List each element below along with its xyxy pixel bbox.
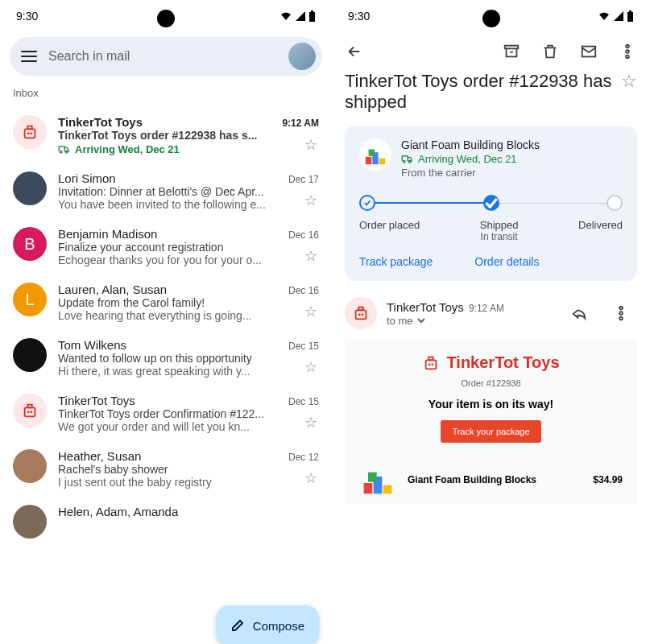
menu-icon[interactable] bbox=[21, 51, 37, 62]
message-subject: Invitation: Dinner at Belotti's @ Dec Ap… bbox=[58, 185, 319, 198]
star-button[interactable]: ☆ bbox=[621, 71, 637, 113]
svg-point-4 bbox=[27, 132, 30, 134]
message-row[interactable]: Lori SimonDec 17Invitation: Dinner at Be… bbox=[0, 162, 332, 217]
product-name: Giant Foam Building Blocks bbox=[401, 138, 540, 151]
star-button[interactable]: ☆ bbox=[304, 136, 317, 154]
svg-rect-12 bbox=[505, 46, 519, 49]
message-time: 9:12 AM bbox=[469, 303, 504, 314]
compose-label: Compose bbox=[253, 619, 304, 633]
svg-point-25 bbox=[619, 307, 623, 310]
account-avatar[interactable] bbox=[288, 43, 316, 70]
order-details-link[interactable]: Order details bbox=[474, 255, 539, 268]
message-subject: TinkerTot Toys order Confirmation #122..… bbox=[58, 407, 319, 420]
message-date: 9:12 AM bbox=[282, 118, 319, 129]
message-snippet: Love hearing that everything is going... bbox=[58, 309, 319, 322]
message-subject: Rachel's baby shower bbox=[58, 463, 319, 476]
star-button[interactable]: ☆ bbox=[304, 303, 317, 320]
step-placed-label: Order placed bbox=[359, 219, 420, 242]
onway-heading: Your item is on its way! bbox=[356, 398, 626, 411]
svg-rect-35 bbox=[368, 473, 377, 482]
inbox-pane: 9:30 Search in mail Inbox TinkerTot Toys… bbox=[0, 0, 332, 644]
svg-rect-3 bbox=[27, 126, 32, 130]
message-toolbar bbox=[332, 32, 650, 71]
sender-avatar[interactable] bbox=[345, 297, 377, 329]
delete-button[interactable] bbox=[534, 35, 566, 68]
battery-icon bbox=[308, 10, 316, 23]
svg-point-27 bbox=[619, 317, 623, 320]
svg-rect-1 bbox=[311, 10, 313, 12]
archive-button[interactable] bbox=[495, 35, 528, 68]
message-row[interactable]: Heather, SusanDec 12Rachel's baby shower… bbox=[0, 440, 332, 495]
svg-rect-22 bbox=[358, 308, 363, 311]
back-button[interactable] bbox=[338, 35, 371, 68]
more-button[interactable] bbox=[611, 35, 644, 68]
message-snippet: Echogear thanks you for you for your o..… bbox=[58, 254, 319, 266]
sender-name: Helen, Adam, Amanda bbox=[58, 505, 178, 518]
chevron-down-icon bbox=[416, 316, 426, 325]
recipient-expand[interactable]: to me bbox=[387, 315, 504, 327]
item-name: Giant Foam Building Blocks bbox=[408, 474, 582, 485]
message-subject: TinkerTot Toys order #122938 has s... bbox=[58, 129, 319, 142]
track-package-button[interactable]: Track your package bbox=[441, 420, 540, 443]
svg-rect-0 bbox=[309, 12, 315, 22]
svg-rect-34 bbox=[383, 485, 392, 494]
sender-name: Heather, Susan bbox=[58, 449, 141, 463]
sender-avatar bbox=[13, 115, 47, 149]
svg-rect-28 bbox=[426, 360, 437, 369]
svg-point-15 bbox=[626, 50, 629, 53]
message-subject: Update from the Carol family! bbox=[58, 296, 319, 309]
svg-rect-32 bbox=[364, 483, 373, 493]
search-bar[interactable]: Search in mail bbox=[10, 37, 322, 76]
reply-button[interactable] bbox=[563, 297, 595, 329]
step-placed-dot bbox=[359, 195, 375, 211]
sender-avatar: L bbox=[13, 283, 47, 316]
svg-rect-2 bbox=[25, 129, 35, 138]
status-bar: 9:30 bbox=[0, 0, 332, 32]
message-title-row: TinkerTot Toys order #122938 has shipped… bbox=[332, 71, 650, 121]
svg-point-30 bbox=[429, 363, 431, 365]
sender-name: Benjamin Madison bbox=[58, 227, 157, 241]
svg-rect-17 bbox=[366, 157, 371, 164]
message-header: TinkerTot Toys9:12 AM to me bbox=[332, 291, 650, 336]
wifi-icon bbox=[598, 10, 611, 22]
sender-name: Lori Simon bbox=[58, 171, 116, 185]
message-pane: 9:30 TinkerTot Toys order #122938 has sh… bbox=[332, 0, 650, 644]
sender-avatar bbox=[13, 338, 47, 372]
message-date: Dec 15 bbox=[288, 396, 319, 407]
svg-point-8 bbox=[27, 411, 30, 413]
star-button[interactable]: ☆ bbox=[304, 414, 317, 431]
star-button[interactable]: ☆ bbox=[304, 192, 317, 209]
message-date: Dec 17 bbox=[288, 174, 319, 185]
message-row[interactable]: Tom WilkensDec 15Wanted to follow up on … bbox=[0, 328, 332, 384]
message-row[interactable]: BBenjamin MadisonDec 16Finalize your acc… bbox=[0, 217, 332, 273]
message-snippet: Hi there, it was great speaking with y..… bbox=[58, 365, 319, 378]
compose-button[interactable]: Compose bbox=[216, 605, 319, 644]
tracking-source: From the carrier bbox=[401, 167, 540, 179]
robot-icon bbox=[422, 354, 440, 372]
step-delivered-label: Delivered bbox=[578, 219, 623, 242]
track-package-link[interactable]: Track package bbox=[359, 255, 433, 268]
wifi-icon bbox=[279, 10, 292, 22]
star-button[interactable]: ☆ bbox=[304, 358, 317, 376]
star-button[interactable]: ☆ bbox=[304, 469, 317, 487]
search-placeholder: Search in mail bbox=[48, 49, 277, 64]
sender-avatar bbox=[13, 449, 47, 483]
message-more-button[interactable] bbox=[605, 297, 637, 329]
svg-point-9 bbox=[30, 411, 32, 413]
svg-rect-19 bbox=[379, 159, 385, 164]
sender-name: TinkerTot Toys bbox=[387, 300, 464, 314]
status-time: 9:30 bbox=[348, 10, 370, 23]
sender-name: Tom Wilkens bbox=[58, 338, 126, 352]
mark-unread-button[interactable] bbox=[573, 35, 605, 68]
message-row[interactable]: TinkerTot ToysDec 15TinkerTot Toys order… bbox=[0, 384, 332, 440]
message-row[interactable]: Helen, Adam, Amanda bbox=[0, 495, 332, 545]
package-tracking-card: Giant Foam Building Blocks Arriving Wed,… bbox=[345, 126, 637, 281]
svg-rect-20 bbox=[369, 149, 375, 155]
message-list: TinkerTot Toys9:12 AMTinkerTot Toys orde… bbox=[0, 105, 332, 545]
email-content: TinkerTot Toys Order #122938 Your item i… bbox=[345, 339, 637, 504]
star-button[interactable]: ☆ bbox=[304, 247, 317, 265]
message-snippet: I just sent out the baby registry bbox=[58, 476, 319, 489]
message-row[interactable]: LLauren, Alan, SusanDec 16Update from th… bbox=[0, 273, 332, 328]
sender-avatar bbox=[13, 171, 47, 205]
message-row[interactable]: TinkerTot Toys9:12 AMTinkerTot Toys orde… bbox=[0, 105, 332, 162]
